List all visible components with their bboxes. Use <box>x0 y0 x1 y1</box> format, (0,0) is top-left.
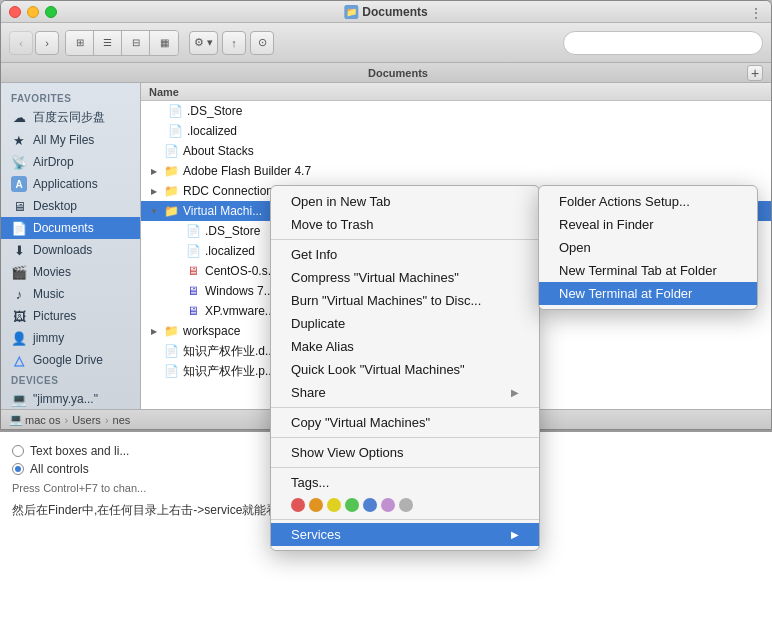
tag-gray[interactable] <box>399 498 413 512</box>
breadcrumb-mac-os[interactable]: 💻 mac os <box>9 413 60 426</box>
sidebar-item-airdrop[interactable]: 📡 AirDrop <box>1 151 140 173</box>
breadcrumb-users[interactable]: Users <box>72 414 101 426</box>
cm-get-info[interactable]: Get Info <box>271 243 539 266</box>
disclosure-icon[interactable]: ▶ <box>149 166 159 176</box>
folder-icon: 📁 <box>163 323 179 339</box>
downloads-icon: ⬇ <box>11 242 27 258</box>
no-disclosure <box>149 146 159 156</box>
share-button[interactable]: ↑ <box>222 31 246 55</box>
services-arrow: ▶ <box>511 529 519 540</box>
sidebar-item-all-my-files[interactable]: ★ All My Files <box>1 129 140 151</box>
cm-copy[interactable]: Copy "Virtual Machines" <box>271 411 539 434</box>
breadcrumb-text: nes <box>113 414 131 426</box>
sidebar-item-music[interactable]: ♪ Music <box>1 283 140 305</box>
sidebar-item-google-drive[interactable]: △ Google Drive <box>1 349 140 371</box>
file-name: .localized <box>205 244 255 258</box>
file-item-ds-store-1[interactable]: 📄 .DS_Store <box>141 101 771 121</box>
breadcrumb-nes[interactable]: nes <box>113 414 131 426</box>
maximize-button[interactable] <box>45 6 57 18</box>
view-mode-buttons: ⊞ ☰ ⊟ ▦ <box>65 30 179 56</box>
cm-sep-2 <box>271 407 539 408</box>
sidebar-item-desktop[interactable]: 🖥 Desktop <box>1 195 140 217</box>
sidebar-item-jimmy[interactable]: 👤 jimmy <box>1 327 140 349</box>
cover-flow-btn[interactable]: ▦ <box>150 31 178 55</box>
sidebar-item-applications[interactable]: A Applications <box>1 173 140 195</box>
tag-button[interactable]: ⊙ <box>250 31 274 55</box>
tag-orange[interactable] <box>309 498 323 512</box>
sidebar-item-label: Music <box>33 287 64 301</box>
cm-share[interactable]: Share ▶ <box>271 381 539 404</box>
baidu-icon: ☁ <box>11 110 27 126</box>
file-item-adobe[interactable]: ▶ 📁 Adobe Flash Builder 4.7 <box>141 161 771 181</box>
list-view-btn[interactable]: ☰ <box>94 31 122 55</box>
file-name: .localized <box>187 124 237 138</box>
breadcrumb-text: Users <box>72 414 101 426</box>
file-item-localized-1[interactable]: 📄 .localized <box>141 121 771 141</box>
cm-move-trash[interactable]: Move to Trash <box>271 213 539 236</box>
applications-icon: A <box>11 176 27 192</box>
sidebar-item-downloads[interactable]: ⬇ Downloads <box>1 239 140 261</box>
close-button[interactable] <box>9 6 21 18</box>
icon-view-btn[interactable]: ⊞ <box>66 31 94 55</box>
file-item-about-stacks[interactable]: 📄 About Stacks <box>141 141 771 161</box>
cm-make-alias[interactable]: Make Alias <box>271 335 539 358</box>
sm-new-terminal-folder[interactable]: New Terminal at Folder <box>539 282 757 305</box>
sm-new-terminal-tab[interactable]: New Terminal Tab at Folder <box>539 259 757 282</box>
doc-icon: 📄 <box>163 343 179 359</box>
disclosure-icon[interactable]: ▶ <box>149 186 159 196</box>
window-title-icon: 📁 <box>344 5 358 19</box>
sidebar-item-baidu[interactable]: ☁ 百度云同步盘 <box>1 106 140 129</box>
window-title-text: Documents <box>362 5 427 19</box>
cm-duplicate[interactable]: Duplicate <box>271 312 539 335</box>
sidebar-item-documents[interactable]: 📄 Documents <box>1 217 140 239</box>
folder-icon: 📁 <box>163 163 179 179</box>
radio-all-controls-btn[interactable] <box>12 463 24 475</box>
sidebar: FAVORITES ☁ 百度云同步盘 ★ All My Files 📡 AirD… <box>1 83 141 409</box>
file-name: .DS_Store <box>205 224 260 238</box>
cm-item-label: Quick Look "Virtual Machines" <box>291 362 465 377</box>
name-column-header: Name <box>149 86 179 98</box>
disclosure-icon[interactable]: ▶ <box>149 326 159 336</box>
cm-tags[interactable]: Tags... <box>271 471 539 494</box>
favorites-label: FAVORITES <box>1 89 140 106</box>
minimize-button[interactable] <box>27 6 39 18</box>
file-name: Virtual Machi... <box>183 204 262 218</box>
sm-folder-actions[interactable]: Folder Actions Setup... <box>539 190 757 213</box>
forward-button[interactable]: › <box>35 31 59 55</box>
cm-quick-look[interactable]: Quick Look "Virtual Machines" <box>271 358 539 381</box>
cm-item-label: Make Alias <box>291 339 354 354</box>
radio-textboxes-btn[interactable] <box>12 445 24 457</box>
cm-open-new-tab[interactable]: Open in New Tab <box>271 190 539 213</box>
cm-show-view-options[interactable]: Show View Options <box>271 441 539 464</box>
search-input[interactable] <box>563 31 763 55</box>
sidebar-item-movies[interactable]: 🎬 Movies <box>1 261 140 283</box>
sm-reveal-finder[interactable]: Reveal in Finder <box>539 213 757 236</box>
tag-blue[interactable] <box>363 498 377 512</box>
file-name: About Stacks <box>183 144 254 158</box>
sidebar-item-pictures[interactable]: 🖼 Pictures <box>1 305 140 327</box>
cm-compress[interactable]: Compress "Virtual Machines" <box>271 266 539 289</box>
computer-icon: 💻 <box>11 391 27 407</box>
cm-services[interactable]: Services ▶ <box>271 523 539 546</box>
file-name: Adobe Flash Builder 4.7 <box>183 164 311 178</box>
column-view-btn[interactable]: ⊟ <box>122 31 150 55</box>
cm-burn[interactable]: Burn "Virtual Machines" to Disc... <box>271 289 539 312</box>
add-folder-button[interactable]: + <box>747 65 763 81</box>
disclosure-icon-open[interactable]: ▼ <box>149 206 159 216</box>
pdf-icon: 📄 <box>163 363 179 379</box>
sm-item-label: Reveal in Finder <box>559 217 654 232</box>
tag-green[interactable] <box>345 498 359 512</box>
file-name: .DS_Store <box>187 104 242 118</box>
tag-red[interactable] <box>291 498 305 512</box>
google-drive-icon: △ <box>11 352 27 368</box>
sm-open[interactable]: Open <box>539 236 757 259</box>
tag-yellow[interactable] <box>327 498 341 512</box>
cm-item-label: Move to Trash <box>291 217 373 232</box>
folder-icon: 📁 <box>163 203 179 219</box>
sidebar-item-label: All My Files <box>33 133 94 147</box>
traffic-lights <box>9 6 57 18</box>
tag-purple[interactable] <box>381 498 395 512</box>
sidebar-item-device[interactable]: 💻 "jimmy.ya..." <box>1 388 140 409</box>
back-button[interactable]: ‹ <box>9 31 33 55</box>
action-button[interactable]: ⚙ ▾ <box>189 31 218 55</box>
